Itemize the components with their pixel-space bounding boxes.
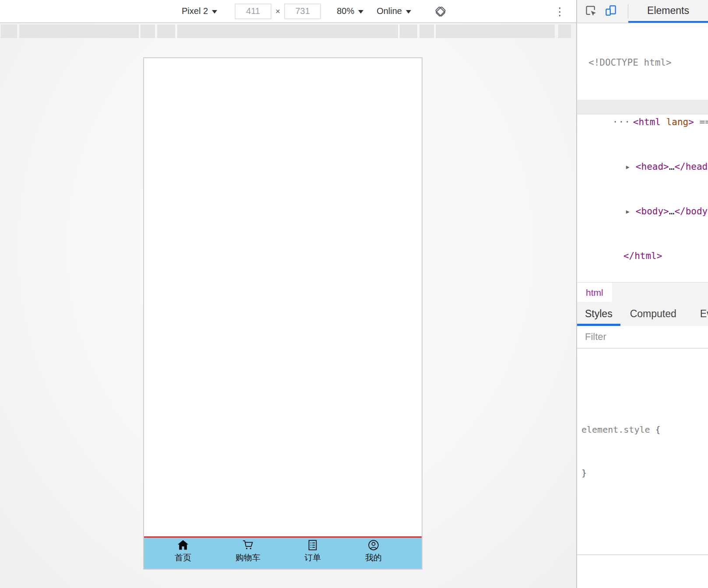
device-toolbar-toggle-button[interactable] — [604, 4, 617, 19]
media-query-segment[interactable] — [436, 24, 555, 38]
expand-arrow-icon[interactable]: ▶ — [626, 160, 636, 175]
media-query-segment[interactable] — [400, 24, 417, 38]
styles-pane: element.style { } html { font-size: 100p… — [577, 349, 708, 588]
media-query-bar — [0, 24, 576, 38]
chevron-down-icon — [406, 10, 411, 14]
chevron-down-icon — [358, 10, 363, 14]
tab-home-label: 首页 — [175, 552, 191, 564]
expand-arrow-icon[interactable]: ▶ — [626, 204, 636, 219]
dom-node-html-selected[interactable]: ···<html lang> == $0 — [577, 100, 708, 115]
dom-breadcrumb-bar: html — [577, 282, 708, 302]
media-query-segment[interactable] — [157, 24, 175, 38]
dom-tree: <!DOCTYPE html> ···<html lang> == $0 ▶<h… — [577, 24, 708, 282]
device-toolbar-more-options-button[interactable]: ⋮ — [554, 4, 565, 19]
node-more-dots: ··· — [613, 117, 631, 127]
tab-profile[interactable]: 我的 — [365, 539, 382, 569]
media-query-segment[interactable] — [558, 24, 571, 38]
dom-node-head[interactable]: ▶<head>…</head> — [577, 144, 708, 159]
inspect-element-button[interactable] — [584, 4, 597, 19]
dom-node-doctype[interactable]: <!DOCTYPE html> — [577, 55, 708, 70]
inspect-cursor-icon — [584, 4, 597, 17]
tab-orders-label: 订单 — [304, 552, 321, 564]
media-query-segment[interactable] — [141, 24, 155, 38]
style-rule-html-fontsize[interactable]: html { font-size: 100px; } — [577, 554, 708, 588]
rotate-icon — [434, 5, 447, 18]
styles-filter-input[interactable]: Filter — [577, 326, 708, 349]
zoom-select-label: 80% — [337, 6, 354, 16]
home-icon — [177, 539, 189, 551]
viewport-width-input[interactable]: 411 — [235, 4, 271, 19]
device-select-label: Pixel 2 — [182, 6, 208, 16]
device-mode-viewport-area: Pixel 2 411 × 731 80% Online — [0, 0, 576, 588]
orders-icon — [306, 539, 319, 551]
tab-event-listeners[interactable]: Event Listeners — [692, 302, 708, 326]
tab-home[interactable]: 首页 — [175, 539, 191, 569]
media-query-segment[interactable] — [19, 24, 139, 38]
device-select[interactable]: Pixel 2 — [182, 6, 217, 16]
media-query-segment[interactable] — [177, 24, 398, 38]
dimension-separator: × — [275, 7, 280, 16]
style-rule-element-style[interactable]: element.style { } — [577, 392, 708, 511]
sidebar-tab-bar: Styles Computed Event Listeners — [577, 302, 708, 326]
media-query-segment[interactable] — [1, 24, 17, 38]
device-toolbar: Pixel 2 411 × 731 80% Online — [0, 0, 576, 23]
tab-computed[interactable]: Computed — [621, 302, 685, 326]
dom-node-body[interactable]: ▶<body>…</body> — [577, 189, 708, 204]
breadcrumb-html[interactable]: html — [577, 283, 612, 302]
throttling-select-label: Online — [377, 6, 402, 16]
chevron-down-icon — [212, 10, 217, 14]
dom-node-html-close[interactable]: </html> — [577, 234, 708, 248]
tab-cart[interactable]: 购物车 — [236, 539, 261, 569]
media-query-segment[interactable] — [419, 24, 434, 38]
cart-icon — [242, 539, 254, 551]
profile-icon — [367, 539, 380, 551]
zoom-select[interactable]: 80% — [337, 6, 363, 16]
device-screen: 首页 购物车 订单 — [143, 57, 423, 570]
throttling-select[interactable]: Online — [377, 6, 411, 16]
tab-profile-label: 我的 — [365, 552, 382, 564]
viewport-height-input[interactable]: 731 — [284, 4, 321, 19]
rotate-viewport-button[interactable] — [434, 5, 447, 18]
tab-cart-label: 购物车 — [236, 552, 261, 564]
bottom-tab-bar: 首页 购物车 订单 — [144, 536, 422, 569]
tab-elements[interactable]: Elements — [628, 0, 708, 23]
tab-styles[interactable]: Styles — [577, 302, 620, 326]
devtools-panel: Elements <!DOCTYPE html> ···<html lang> … — [576, 0, 708, 588]
tab-orders[interactable]: 订单 — [304, 539, 321, 569]
device-toggle-icon — [604, 4, 617, 17]
devtools-toolbar: Elements — [577, 0, 708, 23]
